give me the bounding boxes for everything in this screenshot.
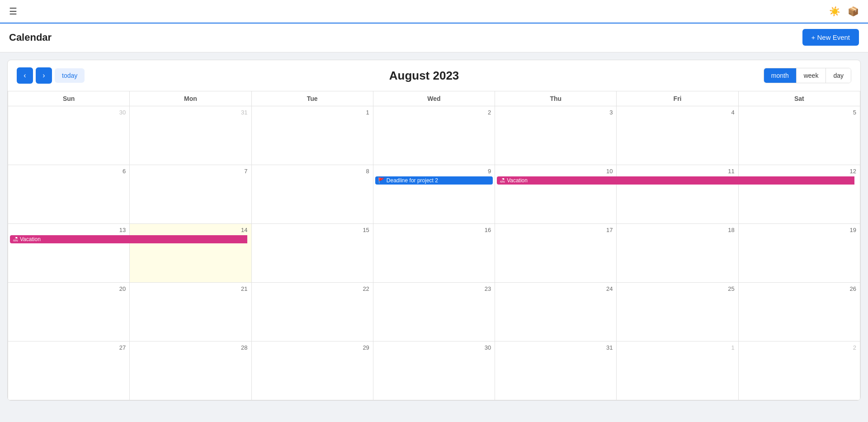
day-number: 7: [132, 167, 249, 176]
calendar-nav: ‹ › today: [17, 67, 85, 84]
prev-month-button[interactable]: ‹: [17, 67, 33, 84]
day-cell[interactable]: 31: [130, 106, 251, 165]
top-bar-right: ☀️ 📦: [829, 6, 859, 17]
day-cell[interactable]: 2: [738, 341, 860, 400]
day-cell[interactable]: 24: [495, 283, 617, 341]
table-row: 6 7 8 9 🚩 Deadline for project 2 10: [8, 165, 860, 224]
day-number: 13: [10, 226, 127, 235]
day-cell[interactable]: 17: [495, 224, 617, 283]
day-cell[interactable]: 19: [738, 224, 860, 283]
day-number: 26: [741, 284, 858, 294]
day-view-button[interactable]: day: [826, 68, 851, 83]
calendar-month-title: August 2023: [389, 69, 459, 83]
calendar-header-row: Sun Mon Tue Wed Thu Fri Sat: [8, 91, 860, 106]
day-number: 14: [132, 226, 249, 235]
day-number: 21: [132, 284, 249, 294]
day-cell[interactable]: 6: [8, 165, 130, 224]
col-sun: Sun: [8, 91, 130, 106]
day-cell-highlight[interactable]: 14 12:09p New event: [130, 224, 251, 283]
day-number: 19: [741, 226, 858, 235]
day-cell[interactable]: 8: [251, 165, 373, 224]
day-cell[interactable]: 1: [251, 106, 373, 165]
today-button[interactable]: today: [55, 68, 85, 83]
day-number: 8: [254, 167, 371, 176]
day-number: 10: [497, 167, 614, 176]
calendar-container: ‹ › today August 2023 month week day Sun…: [7, 60, 861, 401]
col-wed: Wed: [373, 91, 495, 106]
day-number: 18: [618, 226, 736, 235]
day-number: 2: [375, 108, 493, 118]
day-number: 6: [10, 167, 127, 176]
vacation2-event-start[interactable]: 🏖 Vacation: [10, 235, 247, 243]
deadline-event-label: Deadline for project 2: [387, 177, 438, 184]
day-cell[interactable]: 4: [617, 106, 738, 165]
day-cell[interactable]: 2: [373, 106, 495, 165]
day-cell[interactable]: 27: [8, 341, 130, 400]
day-cell[interactable]: 31: [495, 341, 617, 400]
day-cell[interactable]: 13 🏖 Vacation: [8, 224, 130, 283]
day-number: 1: [618, 343, 736, 353]
day-number: 25: [618, 284, 736, 294]
vacation2-event-icon: 🏖: [13, 236, 18, 242]
day-cell[interactable]: 7: [130, 165, 251, 224]
day-number: 20: [10, 284, 127, 294]
day-number: 5: [741, 108, 858, 118]
day-number: 28: [132, 343, 249, 353]
day-cell[interactable]: 1: [617, 341, 738, 400]
day-cell[interactable]: 15: [251, 224, 373, 283]
day-cell[interactable]: 21: [130, 283, 251, 341]
day-number: 16: [375, 226, 493, 235]
day-number: 30: [10, 108, 127, 118]
day-cell[interactable]: 25: [617, 283, 738, 341]
day-cell[interactable]: 11: [617, 165, 738, 224]
vacation-event-start[interactable]: 🏖 Vacation: [497, 176, 854, 185]
day-cell[interactable]: 12: [738, 165, 860, 224]
col-fri: Fri: [617, 91, 738, 106]
sun-icon[interactable]: ☀️: [829, 6, 840, 17]
view-toggle: month week day: [764, 68, 851, 83]
page-title: Calendar: [9, 32, 52, 43]
day-number: 17: [497, 226, 614, 235]
day-cell[interactable]: 30: [8, 106, 130, 165]
day-cell[interactable]: 22: [251, 283, 373, 341]
month-view-button[interactable]: month: [764, 68, 797, 83]
new-event-button[interactable]: + New Event: [802, 29, 859, 46]
day-number: 31: [132, 108, 249, 118]
deadline-event[interactable]: 🚩 Deadline for project 2: [375, 176, 493, 185]
day-number: 31: [497, 343, 614, 353]
day-cell[interactable]: 23: [373, 283, 495, 341]
day-cell[interactable]: 9 🚩 Deadline for project 2: [373, 165, 495, 224]
day-cell[interactable]: 29: [251, 341, 373, 400]
day-number: 15: [254, 226, 371, 235]
calendar-grid: Sun Mon Tue Wed Thu Fri Sat 30 31 1: [8, 91, 860, 400]
day-number: 23: [375, 284, 493, 294]
day-number: 9: [375, 167, 493, 176]
day-cell[interactable]: 30: [373, 341, 495, 400]
day-cell[interactable]: 20: [8, 283, 130, 341]
calendar-toolbar: ‹ › today August 2023 month week day: [8, 60, 860, 91]
vacation-event-icon: 🏖: [500, 177, 505, 184]
day-cell[interactable]: 10 🏖 Vacation: [495, 165, 617, 224]
table-row: 13 🏖 Vacation 14 12:09p New event 15: [8, 224, 860, 283]
week-view-button[interactable]: week: [797, 68, 826, 83]
col-tue: Tue: [251, 91, 373, 106]
day-cell[interactable]: 16: [373, 224, 495, 283]
box-icon[interactable]: 📦: [848, 6, 859, 17]
day-cell[interactable]: 28: [130, 341, 251, 400]
day-cell[interactable]: 3: [495, 106, 617, 165]
day-cell[interactable]: 5: [738, 106, 860, 165]
next-month-button[interactable]: ›: [36, 67, 52, 84]
day-cell[interactable]: 18: [617, 224, 738, 283]
top-bar: ☰ ☀️ 📦: [0, 0, 868, 24]
day-number: 2: [741, 343, 858, 353]
col-mon: Mon: [130, 91, 251, 106]
hamburger-icon[interactable]: ☰: [9, 6, 17, 17]
day-number: 1: [254, 108, 371, 118]
top-bar-left: ☰: [9, 6, 17, 17]
day-cell[interactable]: 26: [738, 283, 860, 341]
deadline-event-icon: 🚩: [378, 177, 385, 184]
table-row: 30 31 1 2 3 4 5: [8, 106, 860, 165]
col-thu: Thu: [495, 91, 617, 106]
vacation2-event-label: Vacation: [20, 236, 41, 242]
vacation-event-label: Vacation: [507, 177, 528, 184]
